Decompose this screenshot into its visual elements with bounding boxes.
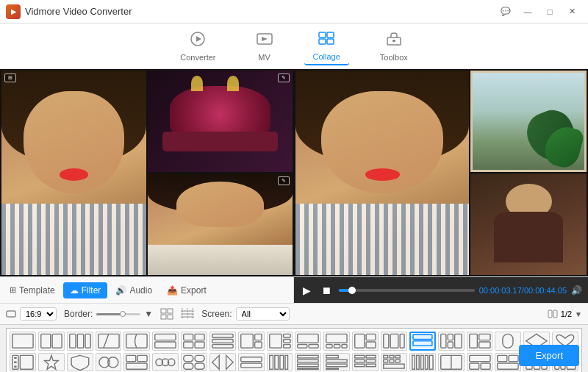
play-button[interactable]: ▶ xyxy=(300,283,314,298)
aspect-ratio-select[interactable]: 16:9 4:3 1:1 9:16 xyxy=(20,307,57,321)
template-item[interactable] xyxy=(381,353,407,372)
svg-rect-118 xyxy=(412,355,415,369)
message-btn[interactable]: 💬 xyxy=(495,4,516,20)
template-item[interactable] xyxy=(323,353,350,372)
svg-rect-35 xyxy=(184,342,193,348)
template-item[interactable] xyxy=(267,332,293,351)
svg-rect-51 xyxy=(326,345,332,348)
svg-rect-61 xyxy=(413,341,432,346)
template-item[interactable] xyxy=(238,332,265,351)
svg-marker-76 xyxy=(44,355,58,369)
svg-rect-55 xyxy=(366,334,376,340)
video-cell-face-left: ⊞ xyxy=(1,71,146,275)
border-label: Border: xyxy=(64,309,93,319)
svg-rect-37 xyxy=(212,334,233,337)
export-button[interactable]: Export xyxy=(519,345,579,366)
template-item[interactable] xyxy=(96,353,122,372)
template-item[interactable] xyxy=(409,353,436,372)
filter-btn[interactable]: ☁ Filter xyxy=(63,282,108,298)
template-item[interactable] xyxy=(152,332,179,351)
svg-rect-27 xyxy=(85,334,90,348)
svg-rect-110 xyxy=(366,364,376,367)
svg-rect-121 xyxy=(425,355,428,369)
template-item[interactable] xyxy=(181,353,207,372)
svg-rect-31 xyxy=(155,334,176,340)
svg-rect-60 xyxy=(413,335,432,339)
svg-rect-6 xyxy=(327,39,334,44)
template-item[interactable] xyxy=(10,332,36,351)
svg-rect-47 xyxy=(298,334,318,343)
template-item[interactable] xyxy=(495,353,521,372)
template-item[interactable] xyxy=(123,332,150,351)
border-dropdown-icon[interactable]: ▼ xyxy=(144,309,153,319)
template-item[interactable] xyxy=(295,353,321,372)
template-item[interactable] xyxy=(238,353,265,372)
tab-mv[interactable]: MV xyxy=(247,28,282,65)
collage-label: Collage xyxy=(313,52,340,61)
template-item[interactable] xyxy=(209,332,236,351)
template-item[interactable] xyxy=(495,332,521,351)
screen-label: Screen: xyxy=(201,309,232,319)
mv-label: MV xyxy=(258,53,270,62)
stop-button[interactable]: ⏹ xyxy=(318,283,334,298)
template-item[interactable] xyxy=(438,353,465,372)
template-item[interactable] xyxy=(467,353,493,372)
template-item[interactable] xyxy=(67,353,93,372)
tab-converter[interactable]: Converter xyxy=(171,28,224,65)
template-item[interactable] xyxy=(38,353,65,372)
progress-bar[interactable] xyxy=(339,289,475,292)
aspect-ratio-group: 16:9 4:3 1:1 9:16 xyxy=(6,307,57,321)
export-ctrl-icon: 📤 xyxy=(167,285,178,296)
svg-rect-88 xyxy=(195,363,204,369)
template-item[interactable] xyxy=(381,332,407,351)
svg-rect-30 xyxy=(126,334,147,348)
page-dropdown-icon[interactable]: ▼ xyxy=(575,310,582,318)
template-item[interactable] xyxy=(38,332,65,351)
screen-select[interactable]: All Screen 1 Screen 2 xyxy=(236,307,290,321)
tab-collage[interactable]: Collage xyxy=(304,27,349,65)
template-item[interactable] xyxy=(352,353,379,372)
svg-rect-5 xyxy=(319,39,326,44)
template-item[interactable] xyxy=(352,332,379,351)
progress-fill xyxy=(339,289,348,292)
export-btn-container: Export xyxy=(519,345,579,366)
progress-handle[interactable] xyxy=(348,287,356,294)
maximize-btn[interactable]: □ xyxy=(539,4,560,20)
border-slider[interactable] xyxy=(96,313,140,315)
svg-rect-48 xyxy=(298,345,307,348)
close-btn[interactable]: ✕ xyxy=(562,4,582,20)
template-icon: ⊞ xyxy=(10,285,16,295)
svg-rect-39 xyxy=(212,345,233,348)
hatch-icon[interactable] xyxy=(181,308,194,320)
template-item[interactable] xyxy=(438,332,465,351)
template-item[interactable] xyxy=(67,332,93,351)
video-cell-plant xyxy=(470,71,587,172)
template-item[interactable] xyxy=(467,332,493,351)
svg-rect-46 xyxy=(283,345,290,348)
minimize-btn[interactable]: — xyxy=(517,4,538,20)
svg-rect-128 xyxy=(498,355,507,361)
svg-rect-59 xyxy=(400,334,404,348)
pattern-icon[interactable] xyxy=(160,308,173,320)
tab-toolbox[interactable]: Toolbox xyxy=(371,28,417,65)
template-btn[interactable]: ⊞ Template xyxy=(3,282,62,298)
collage-icon xyxy=(318,30,335,50)
template-item[interactable] xyxy=(10,353,36,372)
svg-rect-79 xyxy=(126,355,136,361)
template-item-selected[interactable] xyxy=(409,332,436,351)
svg-rect-22 xyxy=(12,334,33,348)
template-item[interactable] xyxy=(295,332,321,351)
template-item[interactable] xyxy=(209,353,236,372)
template-item[interactable] xyxy=(323,332,350,351)
template-item[interactable] xyxy=(267,353,293,372)
template-item[interactable] xyxy=(123,353,150,372)
export-ctrl-btn[interactable]: 📤 Export xyxy=(160,282,213,298)
audio-btn[interactable]: 🔊 Audio xyxy=(109,282,159,298)
svg-rect-34 xyxy=(195,334,204,340)
template-item[interactable] xyxy=(181,332,207,351)
video-cell-cake: ✎ xyxy=(148,71,293,172)
svg-rect-44 xyxy=(283,334,290,337)
template-item[interactable] xyxy=(152,353,179,372)
volume-icon[interactable]: 🔊 xyxy=(571,285,582,296)
template-item[interactable] xyxy=(96,332,122,351)
